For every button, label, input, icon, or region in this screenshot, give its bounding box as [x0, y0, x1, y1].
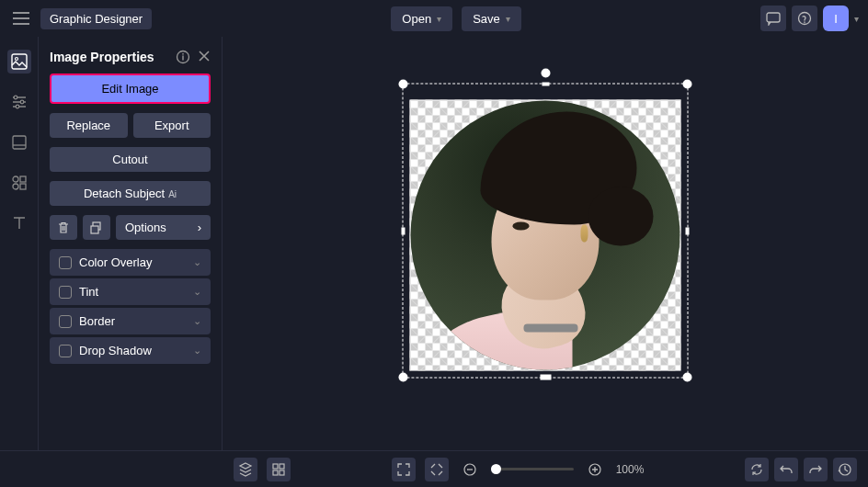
options-row: Options› [50, 215, 211, 240]
options-label: Options [125, 221, 166, 234]
chevron-down-icon: ▾ [506, 14, 510, 24]
panel-header-icons [176, 50, 211, 64]
bottombar-center: 100% [392, 458, 645, 481]
svg-point-6 [16, 105, 19, 108]
svg-point-3 [15, 58, 17, 61]
bottombar-right [745, 458, 857, 481]
chevron-down-icon: ⌄ [193, 345, 201, 357]
cutout-button[interactable]: Cutout [50, 147, 211, 172]
svg-point-8 [13, 176, 18, 182]
options-dropdown[interactable]: Options› [116, 215, 211, 240]
fullscreen-icon[interactable] [392, 458, 416, 481]
topbar-center: Open▾ Save▾ [391, 6, 520, 31]
checkbox-icon[interactable] [59, 345, 72, 357]
open-label: Open [402, 12, 431, 26]
effect-label: Drop Shadow [79, 344, 186, 357]
svg-rect-17 [273, 470, 278, 475]
checkbox-icon[interactable] [59, 256, 72, 269]
tool-strip [0, 37, 39, 450]
effect-border[interactable]: Border⌄ [50, 308, 211, 334]
save-dropdown[interactable]: Save▾ [462, 6, 521, 31]
resize-handle-left[interactable] [402, 227, 405, 234]
svg-point-4 [14, 96, 17, 99]
panel-header: Image Properties [50, 50, 211, 64]
effect-label: Tint [79, 285, 186, 299]
svg-rect-0 [767, 13, 780, 22]
svg-rect-7 [13, 136, 26, 149]
svg-rect-16 [280, 464, 284, 469]
user-avatar[interactable]: I [823, 6, 849, 31]
resize-handle-tr[interactable] [683, 80, 692, 89]
svg-rect-14 [91, 226, 98, 233]
app-title[interactable]: Graphic Designer [40, 8, 152, 29]
chat-icon[interactable] [760, 6, 786, 31]
history-icon[interactable] [833, 458, 857, 481]
hamburger-menu-icon[interactable] [9, 8, 33, 28]
selected-image[interactable] [410, 100, 681, 371]
resize-handle-right[interactable] [686, 227, 690, 234]
undo-icon[interactable] [774, 458, 798, 481]
fit-icon[interactable] [425, 458, 449, 481]
checkbox-icon[interactable] [59, 286, 72, 299]
adjust-tool-icon[interactable] [7, 90, 31, 114]
open-dropdown[interactable]: Open▾ [391, 6, 452, 31]
shapes-tool-icon[interactable] [7, 171, 31, 195]
resize-handle-bl[interactable] [399, 373, 408, 382]
replace-export-row: Replace Export [50, 113, 211, 138]
topbar: Graphic Designer Open▾ Save▾ I ▾ [0, 0, 868, 37]
resize-handle-br[interactable] [683, 373, 692, 382]
svg-point-5 [20, 100, 24, 104]
redo-icon[interactable] [804, 458, 828, 481]
chevron-right-icon: › [198, 221, 201, 234]
zoom-in-icon[interactable] [583, 458, 607, 481]
checkbox-icon[interactable] [59, 315, 72, 328]
info-icon[interactable] [176, 50, 190, 64]
panel-title: Image Properties [50, 50, 154, 64]
save-label: Save [473, 12, 500, 26]
zoom-slider[interactable] [491, 468, 574, 470]
zoom-out-icon[interactable] [458, 458, 482, 481]
portrait-bracelet [524, 324, 578, 333]
effect-label: Border [79, 314, 186, 328]
refresh-icon[interactable] [745, 458, 769, 481]
replace-button[interactable]: Replace [50, 113, 128, 138]
help-icon[interactable] [792, 6, 817, 31]
resize-handle-top[interactable] [542, 83, 549, 86]
text-tool-icon[interactable] [7, 211, 31, 235]
zoom-slider-thumb[interactable] [491, 464, 501, 474]
resize-handle-bottom[interactable] [540, 375, 551, 380]
effect-label: Color Overlay [79, 255, 186, 269]
close-icon[interactable] [198, 50, 211, 64]
bottombar: 100% [0, 450, 868, 487]
app-body: Image Properties Edit Image Replace Expo… [0, 37, 868, 450]
properties-panel: Image Properties Edit Image Replace Expo… [39, 37, 223, 450]
detach-subject-label: Detach Subject [84, 187, 165, 200]
duplicate-button[interactable] [83, 215, 110, 240]
selection-box[interactable] [403, 84, 689, 379]
chevron-down-icon: ⌄ [193, 256, 201, 268]
topbar-left: Graphic Designer [9, 8, 152, 29]
detach-subject-button[interactable]: Detach SubjectAi [50, 181, 211, 206]
svg-rect-11 [20, 184, 26, 189]
effect-tint[interactable]: Tint⌄ [50, 278, 211, 305]
chevron-down-icon: ⌄ [193, 315, 201, 327]
effect-drop-shadow[interactable]: Drop Shadow⌄ [50, 337, 211, 364]
svg-rect-15 [273, 464, 278, 469]
svg-rect-18 [280, 470, 284, 475]
edit-image-button[interactable]: Edit Image [50, 74, 211, 104]
topbar-right: I ▾ [760, 6, 859, 31]
canvas-area[interactable] [223, 37, 868, 450]
resize-handle-tl[interactable] [399, 80, 408, 89]
svg-rect-9 [20, 176, 26, 182]
delete-button[interactable] [50, 215, 77, 240]
grid-icon[interactable] [267, 458, 291, 481]
bottombar-left [234, 458, 291, 481]
svg-point-10 [13, 184, 18, 189]
effect-color-overlay[interactable]: Color Overlay⌄ [50, 249, 211, 276]
rotate-handle[interactable] [541, 69, 550, 78]
panel-tool-icon[interactable] [7, 130, 31, 154]
image-tool-icon[interactable] [7, 50, 31, 74]
layers-icon[interactable] [234, 458, 257, 481]
export-button[interactable]: Export [133, 113, 211, 138]
chevron-down-icon[interactable]: ▾ [854, 14, 859, 24]
